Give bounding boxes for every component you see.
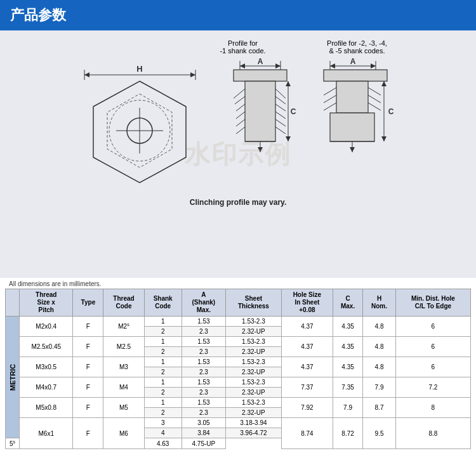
svg-line-31: [275, 127, 286, 134]
svg-marker-60: [350, 147, 355, 152]
sheet-thickness: 2.32-UP: [226, 408, 282, 418]
table-row: M4x0.7 F M4 1 1.53 1.53-2.3 7.37 7.35 7.…: [6, 377, 471, 388]
h-nom: 7.9: [363, 377, 396, 398]
shank-code: 3: [144, 418, 182, 428]
svg-marker-1: [84, 72, 89, 77]
hole-size: 4.37: [281, 317, 333, 337]
shank-code: 4: [144, 428, 182, 438]
c-max: 4.35: [333, 357, 362, 377]
dimensions-note: All dimensions are in millimeters.: [0, 278, 476, 289]
col-shank-code: ShankCode: [144, 289, 182, 317]
svg-text:A: A: [350, 57, 356, 66]
a-max: 1.53: [182, 398, 225, 408]
thread-size: M2.5x0.45: [20, 337, 73, 357]
diagram-area: 水印示例 Profile for-1 shank code. Profile f…: [0, 30, 476, 278]
a-max: 3.84: [182, 428, 225, 438]
profile2-diagram: A C: [317, 57, 400, 193]
thread-code: M3: [103, 357, 144, 377]
svg-marker-33: [286, 81, 291, 86]
col-a-max: A(Shank)Max.: [182, 289, 225, 317]
sheet-thickness: 1.53-2.3: [226, 337, 282, 347]
profile1-label: Profile for-1 shank code.: [202, 39, 284, 55]
col-hole-size: Hole SizeIn Sheet+0.08: [281, 289, 333, 317]
min-dist: 8.8: [395, 418, 470, 449]
thread-size: M5x0.8: [20, 398, 73, 418]
hole-size: 8.74: [281, 418, 333, 449]
min-dist: 6: [395, 357, 470, 377]
min-dist: 7.2: [395, 377, 470, 398]
min-dist: 6: [395, 337, 470, 357]
sheet-thickness: 2.32-UP: [226, 347, 282, 357]
table-row: M2.5x0.45 F M2.5 1 1.53 1.53-2.3 4.37 4.…: [6, 337, 471, 347]
shank-code: 1: [144, 398, 182, 408]
sheet-thickness: 2.32-UP: [226, 367, 282, 377]
h-nom: 9.5: [363, 418, 396, 449]
thread-size: M4x0.7: [20, 377, 73, 398]
shank-code: 1: [144, 357, 182, 367]
a-max: 2.3: [182, 388, 225, 398]
thread-code: M4: [103, 377, 144, 398]
type: F: [73, 398, 103, 418]
svg-line-29: [275, 112, 286, 119]
table-container: ThreadSize xPitch Type ThreadCode ShankC…: [0, 289, 476, 454]
a-max: 3.05: [182, 418, 225, 428]
thread-size: M3x0.5: [20, 357, 73, 377]
sheet-thickness: 2.32-UP: [226, 327, 282, 337]
a-max: 1.53: [182, 317, 225, 327]
type: F: [73, 357, 103, 377]
c-max: 4.35: [333, 317, 362, 337]
c-max: 4.35: [333, 337, 362, 357]
svg-line-52: [368, 95, 381, 103]
svg-text:H: H: [136, 64, 142, 74]
hole-size: 7.92: [281, 398, 333, 418]
a-max: 1.53: [182, 377, 225, 388]
sheet-thickness: 1.53-2.3: [226, 377, 282, 388]
a-max: 2.3: [182, 347, 225, 357]
shank-code: 1: [144, 317, 182, 327]
type: F: [73, 317, 103, 337]
type: F: [73, 418, 103, 449]
sheet-thickness: 3.96-4.72: [226, 428, 282, 438]
thread-code: M2.5: [103, 337, 144, 357]
col-thread-code: ThreadCode: [103, 289, 144, 317]
svg-line-50: [324, 103, 336, 110]
table-row: METRIC M2x0.4 F M2s 1 1.53 1.53-2.3 4.37…: [6, 317, 471, 327]
hole-size: 7.37: [281, 377, 333, 398]
svg-line-24: [236, 119, 245, 126]
clinch-note: Clinching profile may vary.: [13, 198, 463, 207]
thread-code: M6: [103, 418, 144, 449]
svg-line-49: [324, 95, 336, 103]
table-row: M5x0.8 F M5 1 1.53 1.53-2.3 7.92 7.9 8.7…: [6, 398, 471, 408]
c-max: 7.35: [333, 377, 362, 398]
shank-code: 2: [144, 408, 182, 418]
svg-marker-14: [275, 63, 281, 69]
svg-line-22: [236, 104, 245, 111]
svg-marker-13: [240, 63, 245, 69]
sheet-thickness: 4.75-UP: [182, 438, 225, 449]
metric-label: METRIC: [6, 317, 20, 438]
svg-text:C: C: [291, 107, 296, 116]
min-dist: 6: [395, 317, 470, 337]
svg-rect-47: [330, 113, 374, 141]
svg-line-30: [275, 119, 286, 126]
thread-code: M5: [103, 398, 144, 418]
sheet-thickness: 3.18-3.94: [226, 418, 282, 428]
h-nom: 4.8: [363, 337, 396, 357]
svg-rect-19: [245, 81, 275, 141]
type: F: [73, 377, 103, 398]
c-max: 7.9: [333, 398, 362, 418]
svg-rect-18: [234, 70, 287, 81]
svg-text:C: C: [388, 107, 394, 116]
h-nom: 4.8: [363, 317, 396, 337]
col-min-dist: Min. Dist. HoleC/L To Edge: [395, 289, 470, 317]
min-dist: 8: [395, 398, 470, 418]
shank-code: 2: [144, 327, 182, 337]
h-nom: 4.8: [363, 357, 396, 377]
c-max: 8.72: [333, 418, 362, 449]
table-row: M6x1 F M6 3 3.05 3.18-3.94 8.74 8.72 9.5…: [6, 418, 471, 428]
a-max: 2.3: [182, 327, 225, 337]
a-max: 1.53: [182, 337, 225, 347]
svg-rect-46: [336, 81, 368, 113]
diagrams-row: H A: [13, 57, 463, 193]
thread-size: M2x0.4: [20, 317, 73, 337]
